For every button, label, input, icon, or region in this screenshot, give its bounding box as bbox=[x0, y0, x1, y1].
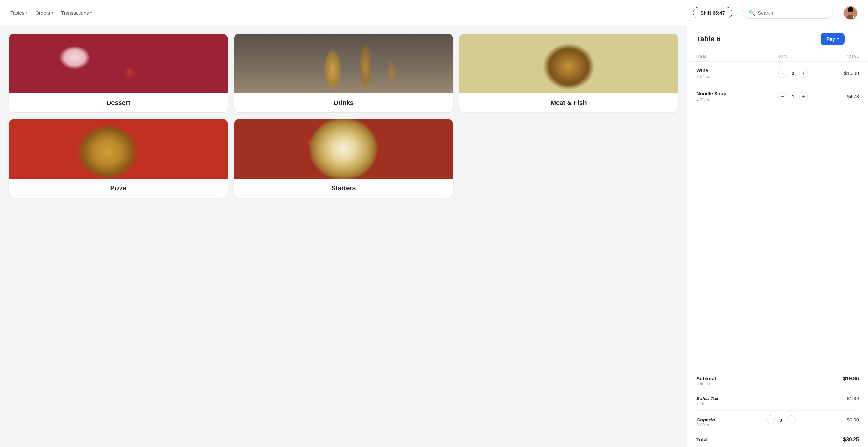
category-image-meat-fish bbox=[459, 34, 678, 93]
qty-decrease-wine[interactable]: − bbox=[778, 69, 787, 78]
svg-point-5 bbox=[848, 7, 854, 10]
online-status-dot bbox=[853, 16, 856, 19]
coperto-sublabel: 3.00 ea. bbox=[696, 422, 715, 427]
summary-tax-row: Sales Tax 7 % $1.39 bbox=[696, 391, 859, 411]
order-item-noodle-soup: Noodle Soup 4.78 ea. − 1 + $4.78 bbox=[687, 85, 868, 108]
qty-decrease-noodle-soup[interactable]: − bbox=[778, 92, 787, 101]
pay-label: Pay bbox=[826, 36, 835, 42]
total-value: $30.25 bbox=[843, 437, 859, 443]
order-items-list: Wine 7.54 ea. − 2 + $15.08 Noodle Soup 4… bbox=[687, 62, 868, 371]
qty-decrease-coperto[interactable]: − bbox=[766, 415, 775, 424]
qty-control-coperto: − 3 + bbox=[766, 415, 796, 424]
tax-label-group: Sales Tax 7 % bbox=[696, 396, 719, 406]
item-info-wine: Wine 7.54 ea. bbox=[696, 67, 778, 79]
category-image-drinks bbox=[234, 34, 453, 93]
search-input[interactable] bbox=[758, 10, 827, 16]
qty-increase-noodle-soup[interactable]: + bbox=[799, 92, 808, 101]
tax-sublabel: 7 % bbox=[696, 401, 719, 406]
summary-coperto-row: Coperto 3.00 ea. − 3 + $9.00 bbox=[696, 411, 859, 432]
category-card-pizza[interactable]: Pizza bbox=[9, 119, 228, 198]
nav-transactions-label: Transactions bbox=[61, 10, 89, 16]
more-options-button[interactable]: ⋮ bbox=[847, 34, 859, 44]
nav-tables[interactable]: Tables ▾ bbox=[10, 10, 27, 16]
category-image-pizza bbox=[9, 119, 228, 179]
col-total-header: TOTAL bbox=[824, 54, 859, 58]
category-label-starters: Starters bbox=[234, 179, 453, 198]
chevron-down-icon: ▾ bbox=[90, 11, 92, 15]
category-card-meat-fish[interactable]: Meat & Fish bbox=[459, 34, 678, 113]
category-label-drinks: Drinks bbox=[234, 93, 453, 113]
category-card-dessert[interactable]: Dessert bbox=[9, 34, 228, 113]
nav-orders-label: Orders bbox=[35, 10, 50, 16]
tax-value: $1.39 bbox=[847, 396, 859, 401]
qty-control-wine: − 2 + bbox=[778, 69, 824, 78]
avatar[interactable] bbox=[843, 6, 858, 20]
item-name-noodle-soup: Noodle Soup bbox=[696, 91, 778, 96]
qty-control-noodle-soup: − 1 + bbox=[778, 92, 824, 101]
coperto-label: Coperto bbox=[696, 417, 715, 422]
order-table-title: Table 6 bbox=[696, 35, 720, 43]
search-bar[interactable]: 🔍 bbox=[743, 7, 833, 19]
item-name-wine: Wine bbox=[696, 67, 778, 73]
qty-value-noodle-soup: 1 bbox=[790, 94, 796, 99]
category-image-starters bbox=[234, 119, 453, 179]
category-label-meat-fish: Meat & Fish bbox=[459, 93, 678, 113]
order-summary: Subtotal 3 items $19.86 Sales Tax 7 % $1… bbox=[687, 371, 868, 447]
item-info-noodle-soup: Noodle Soup 4.78 ea. bbox=[696, 91, 778, 102]
col-qty-header: QTY. bbox=[778, 54, 824, 58]
order-item-wine: Wine 7.54 ea. − 2 + $15.08 bbox=[687, 62, 868, 85]
summary-total-row: Total $30.25 bbox=[696, 432, 859, 447]
main-layout: Dessert Drinks Meat & Fish Pizza Starter… bbox=[0, 26, 868, 447]
order-panel: Table 6 Pay ▾ ⋮ ITEM QTY. TOTAL Wine 7.5… bbox=[687, 26, 868, 447]
categories-panel: Dessert Drinks Meat & Fish Pizza Starter… bbox=[0, 26, 687, 447]
category-card-drinks[interactable]: Drinks bbox=[234, 34, 453, 113]
item-total-noodle-soup: $4.78 bbox=[824, 94, 859, 99]
nav-tables-label: Tables bbox=[10, 10, 24, 16]
item-price-wine: 7.54 ea. bbox=[696, 74, 778, 79]
header: Tables ▾ Orders ▾ Transactions ▾ Shift 0… bbox=[0, 0, 868, 26]
coperto-label-group: Coperto 3.00 ea. bbox=[696, 417, 715, 427]
qty-value-wine: 2 bbox=[790, 70, 796, 76]
shift-badge: Shift 05:47 bbox=[693, 7, 732, 19]
category-label-dessert: Dessert bbox=[9, 93, 228, 113]
pay-chevron-icon: ▾ bbox=[837, 37, 839, 41]
subtotal-value: $19.86 bbox=[843, 376, 859, 382]
item-total-wine: $15.08 bbox=[824, 70, 859, 76]
category-card-starters[interactable]: Starters bbox=[234, 119, 453, 198]
nav: Tables ▾ Orders ▾ Transactions ▾ bbox=[10, 10, 683, 16]
chevron-down-icon: ▾ bbox=[26, 11, 27, 15]
order-column-headers: ITEM QTY. TOTAL bbox=[687, 51, 868, 62]
subtotal-label-group: Subtotal 3 items bbox=[696, 376, 716, 386]
coperto-value: $9.00 bbox=[847, 417, 859, 422]
order-header: Table 6 Pay ▾ ⋮ bbox=[687, 26, 868, 51]
total-label: Total bbox=[696, 437, 708, 442]
pay-button[interactable]: Pay ▾ bbox=[820, 33, 845, 45]
qty-value-coperto: 3 bbox=[778, 417, 783, 423]
search-icon: 🔍 bbox=[749, 10, 755, 16]
nav-orders[interactable]: Orders ▾ bbox=[35, 10, 53, 16]
category-label-pizza: Pizza bbox=[9, 179, 228, 198]
order-header-actions: Pay ▾ ⋮ bbox=[820, 33, 859, 45]
category-image-dessert bbox=[9, 34, 228, 93]
nav-transactions[interactable]: Transactions ▾ bbox=[61, 10, 92, 16]
qty-increase-wine[interactable]: + bbox=[799, 69, 808, 78]
tax-label: Sales Tax bbox=[696, 396, 719, 401]
subtotal-label: Subtotal bbox=[696, 376, 716, 381]
summary-subtotal-row: Subtotal 3 items $19.86 bbox=[696, 371, 859, 391]
qty-increase-coperto[interactable]: + bbox=[786, 415, 796, 424]
subtotal-sublabel: 3 items bbox=[696, 381, 716, 386]
col-item-header: ITEM bbox=[696, 54, 778, 58]
chevron-down-icon: ▾ bbox=[51, 11, 53, 15]
item-price-noodle-soup: 4.78 ea. bbox=[696, 97, 778, 102]
